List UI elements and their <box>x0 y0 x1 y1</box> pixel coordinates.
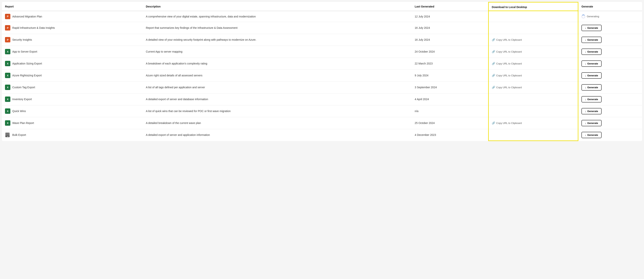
generate-button-label: Generate <box>587 122 598 124</box>
report-last-generated-cell: n/a <box>412 105 488 117</box>
report-last-generated-cell: 16 July 2024 <box>412 34 488 46</box>
copy-url-link[interactable]: 🔗 Copy URL to Clipboard <box>492 86 575 89</box>
report-name-cell: XCustom Tag Export <box>2 81 143 93</box>
report-download-cell <box>488 11 578 22</box>
report-download-cell[interactable]: 🔗 Copy URL to Clipboard <box>488 117 578 129</box>
table-row: PRapid Infrastructure & Data InsightsRep… <box>2 22 642 34</box>
copy-icon: 🔗 <box>492 50 495 53</box>
generate-button-label: Generate <box>587 74 598 77</box>
report-download-cell[interactable]: 🔗 Copy URL to Clipboard <box>488 70 578 81</box>
table-body: PAdvanced Migration PlanA comprehensive … <box>2 11 642 141</box>
generate-button[interactable]: ↓ Generate <box>582 108 602 114</box>
table-row: XInventory ExportA detailed export of se… <box>2 93 642 105</box>
download-arrow-icon: ↓ <box>585 38 586 41</box>
copy-url-label: Copy URL to Clipboard <box>496 38 522 41</box>
generating-label: Generating <box>587 15 599 18</box>
report-last-generated-cell: 16 July 2024 <box>412 22 488 34</box>
table-row: ZIP Bulk ExportA detailed export of serv… <box>2 129 642 141</box>
svg-text:ZIP: ZIP <box>7 136 8 137</box>
col-header-description: Description <box>143 2 412 11</box>
report-generate-cell[interactable]: ↓ Generate <box>578 93 642 105</box>
download-arrow-icon: ↓ <box>585 62 586 65</box>
generate-button[interactable]: ↓ Generate <box>582 120 602 126</box>
download-arrow-icon: ↓ <box>585 122 586 124</box>
powerpoint-icon: P <box>5 14 10 19</box>
copy-url-label: Copy URL to Clipboard <box>496 86 522 89</box>
report-name-label: Rapid Infrastructure & Data Insights <box>12 26 55 29</box>
table-row: XQuick WinsA list of quick wins that can… <box>2 105 642 117</box>
generate-button-label: Generate <box>587 50 598 53</box>
report-last-generated-cell: 4 April 2024 <box>412 93 488 105</box>
report-name-label: Advanced Migration Plan <box>12 15 42 18</box>
report-generate-cell[interactable]: ↓ Generate <box>578 117 642 129</box>
report-download-cell <box>488 129 578 141</box>
copy-icon: 🔗 <box>492 62 495 65</box>
report-generate-cell[interactable]: ↓ Generate <box>578 70 642 81</box>
report-name-label: Security Insights <box>12 38 32 41</box>
report-download-cell[interactable]: 🔗 Copy URL to Clipboard <box>488 58 578 70</box>
report-name-cell: XApplication Sizing Export <box>2 58 143 70</box>
table-row: XApplication Sizing ExportA breakdown of… <box>2 58 642 70</box>
report-generate-cell[interactable]: ↓ Generate <box>578 81 642 93</box>
report-generate-cell[interactable]: ↓ Generate <box>578 46 642 58</box>
report-name-cell: PSecurity Insights <box>2 34 143 46</box>
col-header-last-generated: Last Generated <box>412 2 488 11</box>
table-row: XWave Plan ReportA detailed breakdown of… <box>2 117 642 129</box>
report-name-cell: ZIP Bulk Export <box>2 129 143 141</box>
report-generate-cell[interactable]: ↓ Generate <box>578 34 642 46</box>
report-generate-cell[interactable]: Generating <box>578 11 642 22</box>
report-name-label: Application Sizing Export <box>12 62 42 65</box>
generate-button[interactable]: ↓ Generate <box>582 72 602 79</box>
copy-url-label: Copy URL to Clipboard <box>496 122 522 124</box>
generate-button[interactable]: ↓ Generate <box>582 60 602 67</box>
report-generate-cell[interactable]: ↓ Generate <box>578 105 642 117</box>
report-download-cell[interactable]: 🔗 Copy URL to Clipboard <box>488 46 578 58</box>
report-name-label: App to Server Export <box>12 50 37 53</box>
generate-button-label: Generate <box>587 98 598 101</box>
excel-icon: X <box>5 108 10 114</box>
report-generate-cell[interactable]: ↓ Generate <box>578 58 642 70</box>
report-generate-cell[interactable]: ↓ Generate <box>578 22 642 34</box>
report-description-cell: Report that summarizes key findings of t… <box>143 22 412 34</box>
generate-button[interactable]: ↓ Generate <box>582 37 602 43</box>
copy-url-link[interactable]: 🔗 Copy URL to Clipboard <box>492 122 575 124</box>
copy-url-link[interactable]: 🔗 Copy URL to Clipboard <box>492 38 575 41</box>
generate-button-label: Generate <box>587 62 598 65</box>
report-name-label: Wave Plan Report <box>12 122 34 124</box>
report-last-generated-cell: 25 October 2024 <box>412 117 488 129</box>
report-description-cell: A detailed breakdown of the current wave… <box>143 117 412 129</box>
generate-button[interactable]: ↓ Generate <box>582 25 602 31</box>
report-description-cell: A list of all tags defined per applicati… <box>143 81 412 93</box>
copy-url-link[interactable]: 🔗 Copy URL to Clipboard <box>492 62 575 65</box>
report-download-cell <box>488 22 578 34</box>
excel-icon: X <box>5 73 10 78</box>
copy-url-label: Copy URL to Clipboard <box>496 62 522 65</box>
table-row: PAdvanced Migration PlanA comprehensive … <box>2 11 642 22</box>
report-last-generated-cell: 12 July 2024 <box>412 11 488 22</box>
reports-table: Report Description Last Generated Downlo… <box>2 2 642 141</box>
col-header-download: Download to Local Desktop <box>488 2 578 11</box>
generate-button[interactable]: ↓ Generate <box>582 132 602 138</box>
generate-button[interactable]: ↓ Generate <box>582 84 602 90</box>
generating-indicator: Generating <box>582 14 639 18</box>
generate-button[interactable]: ↓ Generate <box>582 96 602 102</box>
table-row: XAzure Rightsizing ExportAzure right siz… <box>2 70 642 81</box>
copy-url-link[interactable]: 🔗 Copy URL to Clipboard <box>492 74 575 77</box>
copy-icon: 🔗 <box>492 122 495 124</box>
copy-icon: 🔗 <box>492 38 495 41</box>
copy-url-label: Copy URL to Clipboard <box>496 74 522 77</box>
copy-url-link[interactable]: 🔗 Copy URL to Clipboard <box>492 50 575 53</box>
excel-icon: X <box>5 96 10 102</box>
report-name-cell: XWave Plan Report <box>2 117 143 129</box>
report-name-label: Azure Rightsizing Export <box>12 74 42 77</box>
excel-icon: X <box>5 84 10 90</box>
col-header-generate: Generate <box>578 2 642 11</box>
report-name-label: Bulk Export <box>12 133 26 136</box>
report-download-cell[interactable]: 🔗 Copy URL to Clipboard <box>488 81 578 93</box>
report-download-cell[interactable]: 🔗 Copy URL to Clipboard <box>488 34 578 46</box>
report-name-label: Custom Tag Export <box>12 86 35 89</box>
zip-icon: ZIP <box>5 132 10 138</box>
report-generate-cell[interactable]: ↓ Generate <box>578 129 642 141</box>
generate-button[interactable]: ↓ Generate <box>582 48 602 55</box>
generate-button-label: Generate <box>587 26 598 29</box>
